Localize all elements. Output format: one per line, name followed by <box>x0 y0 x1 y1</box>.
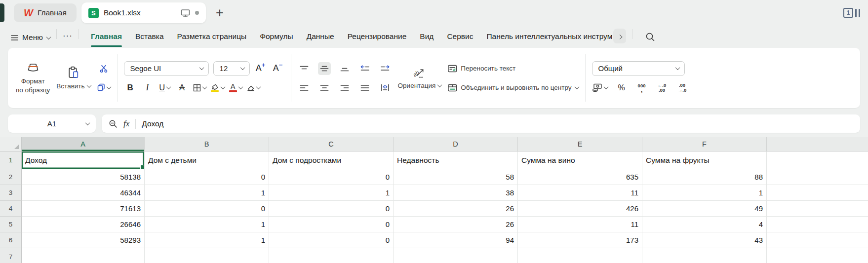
cell-c1[interactable]: Дом с подростками <box>269 151 394 169</box>
menu-tab[interactable]: Вставка <box>135 32 164 42</box>
italic-button[interactable]: I <box>141 81 154 94</box>
cell-b5[interactable]: 1 <box>145 217 269 232</box>
align-middle-button[interactable] <box>318 62 331 75</box>
cell-b2[interactable]: 0 <box>145 169 269 185</box>
cell-c5[interactable]: 0 <box>269 217 394 232</box>
cell-e1[interactable]: Сумма на вино <box>518 151 642 169</box>
strikethrough-button[interactable]: A <box>176 81 189 94</box>
borders-button[interactable] <box>193 81 206 94</box>
fx-icon[interactable]: fx <box>123 119 129 129</box>
menu-tab[interactable]: Рецензирование <box>348 32 407 42</box>
wrap-text-button[interactable]: Переносить текст <box>448 61 578 76</box>
column-header-b[interactable]: B <box>145 137 269 151</box>
increase-decimal-button[interactable]: .00→.0 <box>676 81 689 94</box>
cell-b7[interactable] <box>145 248 269 263</box>
cell-a1[interactable]: Доход <box>22 151 145 169</box>
column-header-c[interactable]: C <box>269 137 394 151</box>
cell-e5[interactable]: 11 <box>518 217 642 232</box>
cell-f5[interactable]: 4 <box>642 217 767 232</box>
cell-partial[interactable] <box>767 185 868 201</box>
increase-indent-button[interactable] <box>379 62 392 75</box>
cell-a6[interactable]: 58293 <box>22 232 145 248</box>
justify-button[interactable] <box>358 81 371 94</box>
new-tab-button[interactable]: + <box>216 6 224 20</box>
cell-b4[interactable]: 0 <box>145 201 269 217</box>
cut-button[interactable] <box>97 62 110 75</box>
cell-d2[interactable]: 58 <box>394 169 518 185</box>
column-header-f[interactable]: F <box>642 137 767 151</box>
row-header-2[interactable]: 2 <box>0 169 22 185</box>
cell-c6[interactable]: 0 <box>269 232 394 248</box>
menu-tab[interactable]: Вид <box>420 32 434 42</box>
cell-c4[interactable]: 0 <box>269 201 394 217</box>
menu-tab[interactable]: Данные <box>307 32 334 42</box>
cell-c3[interactable]: 1 <box>269 185 394 201</box>
cell-d4[interactable]: 26 <box>394 201 518 217</box>
name-box[interactable]: A1 <box>8 114 96 133</box>
cell-d1[interactable]: Недавность <box>394 151 518 169</box>
number-format-select[interactable]: Общий <box>592 61 685 76</box>
row-header-5[interactable]: 5 <box>0 217 22 232</box>
cell-d3[interactable]: 38 <box>394 185 518 201</box>
font-name-select[interactable]: Segoe UI <box>124 61 209 76</box>
row-header-3[interactable]: 3 <box>0 185 22 201</box>
menu-tab[interactable]: Разметка страницы <box>177 32 247 42</box>
row-header-1[interactable]: 1 <box>0 151 22 169</box>
column-header-d[interactable]: D <box>394 137 518 151</box>
format-painter-button[interactable]: Формат по образцу <box>16 61 50 94</box>
formula-input[interactable]: fx Доход <box>102 114 860 133</box>
cell-d6[interactable]: 94 <box>394 232 518 248</box>
align-bottom-button[interactable] <box>338 62 351 75</box>
cell-c7[interactable] <box>269 248 394 263</box>
paste-button[interactable]: Вставить <box>56 66 90 90</box>
font-color-button[interactable]: A <box>229 81 242 94</box>
cell-f2[interactable]: 88 <box>642 169 767 185</box>
search-button[interactable] <box>645 32 655 42</box>
row-header-6[interactable]: 6 <box>0 232 22 248</box>
fill-color-button[interactable] <box>211 81 225 94</box>
tab-overflow-button[interactable] <box>613 29 626 43</box>
decrease-font-button[interactable]: A− <box>272 62 284 75</box>
cell-b1[interactable]: Дом с детьми <box>145 151 269 169</box>
cell-f3[interactable]: 1 <box>642 185 767 201</box>
increase-font-button[interactable]: A+ <box>254 62 267 75</box>
cell-a3[interactable]: 46344 <box>22 185 145 201</box>
bold-button[interactable]: B <box>124 81 137 94</box>
cell-f7[interactable] <box>642 248 767 263</box>
cell-partial[interactable] <box>767 232 868 248</box>
more-menu-button[interactable]: ··· <box>63 31 73 42</box>
align-center-button[interactable] <box>318 81 331 94</box>
cell-f4[interactable]: 49 <box>642 201 767 217</box>
cell-a2[interactable]: 58138 <box>22 169 145 185</box>
window-count-badge[interactable]: 1 <box>843 8 860 18</box>
cell-f1[interactable]: Сумма на фрукты <box>642 151 767 169</box>
cell-a5[interactable]: 26646 <box>22 217 145 232</box>
column-header-a[interactable]: A <box>22 137 145 151</box>
cell-a4[interactable]: 71613 <box>22 201 145 217</box>
column-header-e[interactable]: E <box>518 137 642 151</box>
menu-tab[interactable]: Формулы <box>260 32 293 42</box>
cell-partial[interactable] <box>767 151 868 169</box>
currency-format-button[interactable] <box>592 81 608 94</box>
cell-c2[interactable]: 0 <box>269 169 394 185</box>
align-left-button[interactable] <box>298 81 311 94</box>
shrink-text-button[interactable] <box>379 81 392 94</box>
cell-a7[interactable] <box>22 248 145 263</box>
align-right-button[interactable] <box>338 81 351 94</box>
cell-b3[interactable]: 1 <box>145 185 269 201</box>
underline-button[interactable]: U <box>158 81 171 94</box>
cell-partial[interactable] <box>767 217 868 232</box>
cell-partial[interactable] <box>767 169 868 185</box>
orientation-button[interactable]: ab Ориентация <box>398 67 442 89</box>
cell-e3[interactable]: 11 <box>518 185 642 201</box>
document-tab[interactable]: S Book1.xlsx <box>81 2 206 23</box>
thousands-separator-button[interactable]: 000, <box>635 81 648 94</box>
align-top-button[interactable] <box>298 62 311 75</box>
column-header-partial[interactable] <box>767 137 868 151</box>
menu-button[interactable]: Меню <box>8 33 50 42</box>
menu-tab[interactable]: Панель интеллектуальных инструм <box>486 32 612 42</box>
cell-d7[interactable] <box>394 248 518 263</box>
cell-e7[interactable] <box>518 248 642 263</box>
cell-partial[interactable] <box>767 201 868 217</box>
cell-d5[interactable]: 26 <box>394 217 518 232</box>
